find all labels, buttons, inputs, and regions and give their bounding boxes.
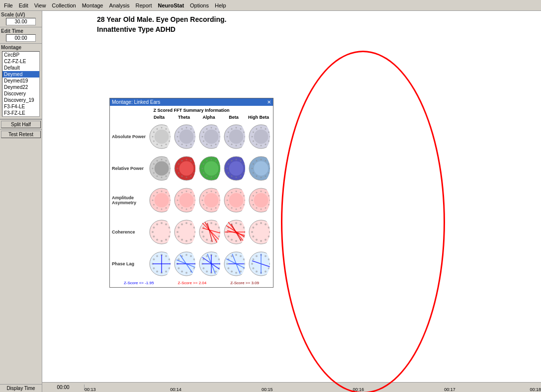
svg-point-238 <box>218 235 220 237</box>
svg-point-311 <box>193 258 195 260</box>
svg-point-74 <box>166 175 167 177</box>
menu-collection[interactable]: Collection <box>49 1 79 9</box>
svg-point-102 <box>215 175 217 177</box>
menu-neurostat[interactable]: NeuroStat <box>155 1 187 9</box>
menu-options[interactable]: Options <box>187 1 212 9</box>
menu-edit[interactable]: Edit <box>16 1 31 9</box>
svg-point-78 <box>152 168 154 169</box>
svg-point-161 <box>178 204 180 206</box>
menu-report[interactable]: Report <box>132 1 155 9</box>
svg-point-355 <box>251 263 253 265</box>
svg-point-287 <box>165 271 167 273</box>
time-tick-0013: 00:13 <box>85 387 96 392</box>
montage-item-f3-f4-le[interactable]: F3-F4-LE <box>2 103 39 110</box>
legend-low: Z-Score <= -1.95 <box>124 281 154 285</box>
time-tick-0018: 00:18 <box>530 387 541 392</box>
svg-point-195 <box>243 195 245 197</box>
montage-item-circbp[interactable]: CircBP <box>2 52 39 58</box>
montage-list[interactable]: CircBPCZ-FZ-LEDefaultDeymedDeymed19Deyme… <box>2 51 40 117</box>
montage-item-discovery_19[interactable]: Discovery_19 <box>2 97 39 103</box>
fft-popup[interactable]: Montage: Linked Ears ✕ Z Scored FFT Summ… <box>109 98 273 288</box>
menu-analysis[interactable]: Analysis <box>106 1 132 9</box>
fft-brain-fft-amplitude-asym-1 <box>173 185 195 215</box>
svg-point-124 <box>240 160 242 161</box>
svg-point-265 <box>243 227 245 229</box>
montage-item-f3-fz-le[interactable]: F3-FZ-LE <box>2 110 39 116</box>
fft-titlebar: Montage: Linked Ears ✕ <box>110 98 273 106</box>
svg-point-52 <box>231 128 233 130</box>
sidebar-spacer <box>0 139 42 384</box>
fft-brain-fft-coherence-3 <box>222 217 245 247</box>
svg-point-147 <box>153 204 155 206</box>
svg-point-66 <box>256 128 258 130</box>
display-time-value: 00:00 <box>42 385 85 390</box>
svg-point-309 <box>185 254 187 256</box>
fft-brain-fft-coherence-1 <box>173 217 195 247</box>
svg-point-79 <box>153 163 155 165</box>
svg-point-57 <box>254 130 269 144</box>
edit-time-label: Edit Time <box>1 28 41 34</box>
sidebar: Scale (uV) 30.00 Edit Time 00:00 Montage… <box>0 11 42 392</box>
svg-point-115 <box>243 172 245 174</box>
svg-point-73 <box>169 172 170 174</box>
svg-point-326 <box>215 255 217 257</box>
svg-point-171 <box>218 204 220 206</box>
svg-point-276 <box>256 239 258 241</box>
svg-point-127 <box>254 161 269 176</box>
svg-point-183 <box>229 193 244 208</box>
fft-brain-fft-amplitude-asym-4 <box>247 185 270 215</box>
svg-point-344 <box>243 258 245 260</box>
montage-item-deymed19[interactable]: Deymed19 <box>2 78 39 84</box>
fft-brain-fft-amplitude-asym-3 <box>222 185 245 215</box>
scale-value[interactable]: 30.00 <box>6 18 36 25</box>
montage-item-deymed[interactable]: Deymed <box>2 71 39 78</box>
svg-point-148 <box>152 200 154 201</box>
test-retest-section: Test Retest <box>0 129 42 139</box>
svg-point-15 <box>180 130 194 144</box>
fft-title: Montage: Linked Ears <box>112 99 160 105</box>
svg-point-185 <box>243 204 245 206</box>
svg-point-343 <box>240 255 242 257</box>
svg-point-186 <box>240 207 242 209</box>
svg-point-220 <box>161 222 163 224</box>
svg-point-359 <box>265 255 267 257</box>
svg-point-177 <box>203 195 204 197</box>
svg-point-273 <box>268 235 270 237</box>
fft-row-amplitude: Amplitude Asymmetry <box>112 185 271 215</box>
time-tick-0015: 00:15 <box>262 387 273 392</box>
fft-close-icon[interactable]: ✕ <box>267 99 271 105</box>
svg-point-160 <box>181 207 183 209</box>
svg-point-295 <box>165 255 167 257</box>
svg-point-179 <box>211 191 212 192</box>
svg-point-12 <box>166 128 167 130</box>
band-alpha: Alpha <box>196 115 221 120</box>
svg-point-206 <box>256 192 258 193</box>
test-retest-button[interactable]: Test Retest <box>1 131 41 138</box>
svg-point-64 <box>252 136 253 138</box>
menu-file[interactable]: File <box>1 1 16 9</box>
montage-item-cz-fz-le[interactable]: CZ-FZ-LE <box>2 58 39 65</box>
svg-point-90 <box>181 175 183 177</box>
fft-row-label-fft-coherence: Coherence <box>112 230 147 235</box>
svg-point-6 <box>157 144 158 145</box>
svg-point-321 <box>202 267 204 269</box>
svg-point-293 <box>156 255 158 257</box>
split-half-button[interactable]: Split Half <box>1 121 41 128</box>
svg-point-18 <box>190 144 192 145</box>
svg-point-248 <box>218 227 220 229</box>
menu-montage[interactable]: Montage <box>79 1 106 9</box>
svg-point-53 <box>236 127 237 129</box>
svg-point-213 <box>165 239 167 241</box>
fft-row-label-fft-relative-power: Relative Power <box>112 166 147 171</box>
montage-item-deymed22[interactable]: Deymed22 <box>2 84 39 90</box>
menu-view[interactable]: View <box>31 1 49 9</box>
svg-point-207 <box>261 191 262 192</box>
montage-item-discovery[interactable]: Discovery <box>2 90 39 97</box>
montage-item-default[interactable]: Default <box>2 65 39 71</box>
svg-point-229 <box>178 235 180 237</box>
edit-time-value[interactable]: 00:00 <box>6 34 36 42</box>
svg-point-21 <box>178 141 180 142</box>
svg-point-129 <box>268 172 270 174</box>
menu-help[interactable]: Help <box>212 1 229 9</box>
svg-point-150 <box>157 192 158 193</box>
